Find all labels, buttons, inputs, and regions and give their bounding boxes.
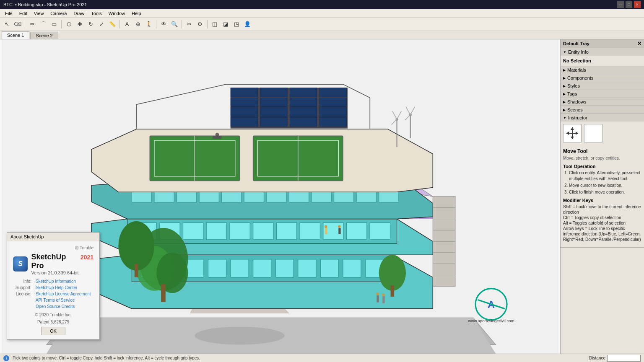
menu-item-tools[interactable]: Tools	[88, 10, 105, 17]
instructor-content: Move Tool Move, stretch, or copy entitie…	[561, 122, 644, 247]
toolbar-lookaround-button[interactable]: 👁	[158, 19, 169, 29]
product-name: SketchUp Pro	[31, 253, 79, 270]
distance-input[interactable]	[607, 355, 641, 362]
toolbar-separator-5	[61, 20, 62, 28]
svg-rect-98	[391, 285, 395, 297]
toolbar-separator-10	[119, 20, 120, 28]
scene-tab-1[interactable]: Scene 1	[2, 31, 29, 39]
svg-text:www.aportesingecivil.com: www.aportesingecivil.com	[467, 318, 514, 323]
product-year: 2021	[80, 254, 93, 261]
modifier-keys-text: Shift = Lock move to the current inferen…	[563, 204, 641, 242]
tags-arrow: ▶	[563, 92, 566, 96]
svg-rect-105	[382, 296, 384, 303]
menu-item-camera[interactable]: Camera	[47, 10, 70, 17]
tool-steps: Click on entity. Alternatively, pre-sele…	[563, 170, 641, 195]
tray-close-button[interactable]: ✕	[637, 41, 641, 47]
materials-section[interactable]: ▶ Materials	[561, 66, 644, 74]
toolbar-rectangle-button[interactable]: ▭	[49, 19, 59, 29]
toolbar-arc-button[interactable]: ⌒	[38, 19, 48, 29]
toolbar-profile-button[interactable]: ◳	[231, 19, 242, 29]
entity-info-header[interactable]: ▼ Entity Info	[561, 48, 644, 56]
toolbar-user-button[interactable]: 👤	[242, 19, 252, 29]
minimize-button[interactable]: —	[617, 1, 624, 8]
svg-rect-26	[230, 222, 250, 240]
toolbar-pushpull-button[interactable]: ⬡	[64, 19, 74, 29]
tool-operation-title: Tool Operation	[563, 164, 641, 169]
svg-rect-57	[231, 88, 257, 97]
svg-rect-16	[298, 259, 316, 277]
scenes-section[interactable]: ▶ Scenes	[561, 106, 644, 114]
materials-label: Materials	[567, 67, 586, 72]
info-label: Info:	[14, 279, 33, 284]
svg-rect-24	[183, 222, 203, 240]
svg-marker-117	[571, 137, 574, 139]
svg-rect-88	[135, 264, 138, 277]
toolbar-separator-17	[207, 20, 208, 28]
components-arrow: ▶	[563, 76, 566, 80]
toolbar-tape-button[interactable]: 📏	[107, 19, 117, 29]
menu-item-view[interactable]: View	[31, 10, 47, 17]
toolbar-sectionplane-button[interactable]: ✂	[184, 19, 194, 29]
toolbar-walkthrough-button[interactable]: 🚶	[144, 19, 154, 29]
svg-point-108	[216, 133, 219, 137]
svg-rect-18	[343, 259, 361, 277]
toolbar-separator-15	[182, 20, 182, 28]
toolbar-select-button[interactable]: ↖	[2, 19, 12, 29]
api-link[interactable]: API Terms of Service	[36, 298, 75, 303]
right-panel: Default Tray ✕ ▼ Entity Info No Selectio…	[560, 39, 644, 354]
toolbar-eraser-button[interactable]: ⌫	[13, 19, 23, 29]
toolbar-zoomextents-button[interactable]: 🔍	[169, 19, 179, 29]
styles-arrow: ▶	[563, 84, 566, 88]
entity-info-title: Entity Info	[568, 49, 589, 54]
shadows-section[interactable]: ▶ Shadows	[561, 98, 644, 106]
toolbar-pencil-button[interactable]: ✏	[27, 19, 37, 29]
toolbar: ↖⌫✏⌒▭⬡✚↻⤢📏A⊕🚶👁🔍✂⚙◫◪◳👤	[0, 18, 644, 31]
about-ok-button[interactable]: OK	[41, 327, 65, 335]
svg-rect-31	[347, 222, 367, 240]
maximize-button[interactable]: □	[626, 1, 632, 8]
instructor-header[interactable]: ▼ Instructor	[561, 114, 644, 122]
svg-rect-27	[253, 222, 273, 240]
toolbar-text-button[interactable]: A	[122, 19, 132, 29]
svg-rect-32	[370, 222, 390, 240]
tags-label: Tags	[567, 91, 577, 96]
scene-tabs: Scene 1Scene 2	[0, 31, 644, 39]
menu-item-help[interactable]: Help	[128, 10, 145, 17]
menu-item-draw[interactable]: Draw	[70, 10, 88, 17]
toolbar-move-button[interactable]: ✚	[75, 19, 85, 29]
support-link[interactable]: SketchUp Help Center	[36, 285, 78, 290]
tray-title: Default Tray	[563, 41, 589, 46]
info-link[interactable]: SketchUp Information	[36, 279, 76, 284]
svg-marker-116	[571, 127, 574, 130]
svg-marker-118	[566, 132, 569, 135]
toolbar-scale-button[interactable]: ⤢	[96, 19, 106, 29]
menu-item-edit[interactable]: Edit	[16, 10, 31, 17]
tags-section[interactable]: ▶ Tags	[561, 90, 644, 98]
oss-link[interactable]: Open Source Credits	[36, 304, 75, 309]
scene-tab-2[interactable]: Scene 2	[30, 32, 58, 39]
toolbar-section-cuts-button[interactable]: ◪	[221, 19, 231, 29]
toolbar-sections-button[interactable]: ◫	[210, 19, 220, 29]
instructor-arrow: ▼	[563, 116, 566, 120]
about-panel-title: About SketchUp	[7, 233, 99, 241]
menu-item-file[interactable]: File	[2, 10, 16, 17]
toolbar-rotate-button[interactable]: ↻	[86, 19, 96, 29]
styles-section[interactable]: ▶ Styles	[561, 82, 644, 90]
license-link[interactable]: SketchUp License Agreement	[36, 292, 91, 296]
components-section[interactable]: ▶ Components	[561, 74, 644, 82]
close-button[interactable]: ✕	[634, 1, 641, 8]
svg-rect-25	[206, 222, 226, 240]
entity-info-section: ▼ Entity Info No Selection	[561, 48, 644, 66]
scenes-label: Scenes	[567, 107, 583, 112]
toolbar-model-settings-button[interactable]: ⚙	[195, 19, 205, 29]
viewport[interactable]: A www.aportesingecivil.com About SketchU…	[0, 39, 560, 354]
menu-item-window[interactable]: Window	[105, 10, 128, 17]
distance-label-text: Distance	[589, 356, 605, 360]
svg-rect-59	[231, 108, 257, 116]
svg-rect-63	[260, 108, 287, 116]
svg-rect-14	[253, 259, 271, 277]
copyright: © 2020 Trimble Inc.	[35, 313, 72, 317]
sketchup-icon: S	[13, 256, 28, 272]
menubar: FileEditViewCameraDrawToolsWindowHelp	[0, 9, 644, 18]
toolbar-axes-button[interactable]: ⊕	[133, 19, 143, 29]
